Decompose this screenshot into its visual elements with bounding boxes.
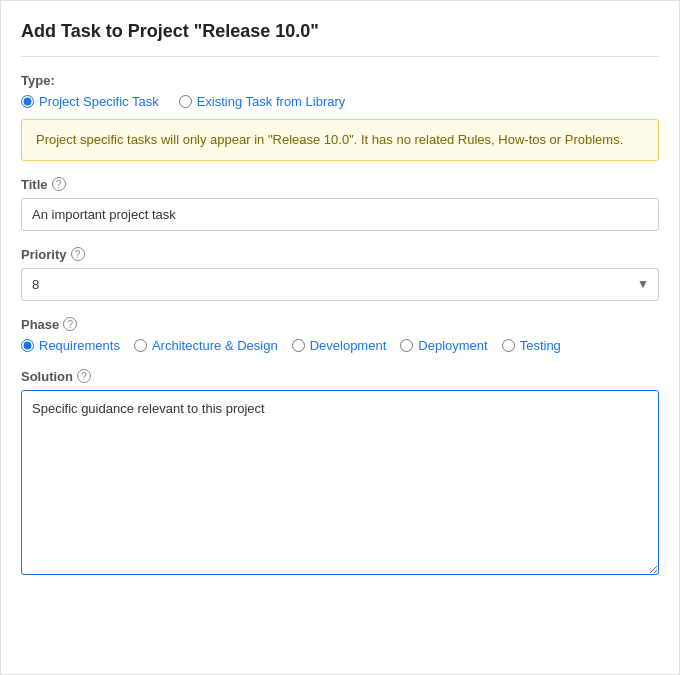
- title-input[interactable]: [21, 198, 659, 231]
- phase-architecture-design[interactable]: Architecture & Design: [134, 338, 278, 353]
- phase-testing[interactable]: Testing: [502, 338, 561, 353]
- testing-label[interactable]: Testing: [520, 338, 561, 353]
- phase-development[interactable]: Development: [292, 338, 387, 353]
- architecture-design-label[interactable]: Architecture & Design: [152, 338, 278, 353]
- title-help-icon[interactable]: ?: [52, 177, 66, 191]
- priority-label: Priority ?: [21, 247, 659, 262]
- type-label: Type:: [21, 73, 659, 88]
- project-specific-label[interactable]: Project Specific Task: [39, 94, 159, 109]
- existing-library-radio[interactable]: [179, 95, 192, 108]
- requirements-radio[interactable]: [21, 339, 34, 352]
- deployment-radio[interactable]: [400, 339, 413, 352]
- title-label: Title ?: [21, 177, 659, 192]
- phase-help-icon[interactable]: ?: [63, 317, 77, 331]
- existing-library-label[interactable]: Existing Task from Library: [197, 94, 346, 109]
- page-title: Add Task to Project "Release 10.0": [21, 21, 659, 42]
- phase-label: Phase ?: [21, 317, 659, 332]
- title-divider: [21, 56, 659, 57]
- priority-help-icon[interactable]: ?: [71, 247, 85, 261]
- project-specific-radio[interactable]: [21, 95, 34, 108]
- development-label[interactable]: Development: [310, 338, 387, 353]
- existing-library-option[interactable]: Existing Task from Library: [179, 94, 346, 109]
- development-radio[interactable]: [292, 339, 305, 352]
- title-section: Title ?: [21, 177, 659, 231]
- type-radio-group: Project Specific Task Existing Task from…: [21, 94, 659, 109]
- add-task-dialog: Add Task to Project "Release 10.0" Type:…: [0, 0, 680, 675]
- architecture-design-radio[interactable]: [134, 339, 147, 352]
- phase-radio-group: Requirements Architecture & Design Devel…: [21, 338, 659, 353]
- requirements-label[interactable]: Requirements: [39, 338, 120, 353]
- solution-section: Solution ?: [21, 369, 659, 578]
- deployment-label[interactable]: Deployment: [418, 338, 487, 353]
- type-section: Type: Project Specific Task Existing Tas…: [21, 73, 659, 161]
- project-specific-option[interactable]: Project Specific Task: [21, 94, 159, 109]
- phase-requirements[interactable]: Requirements: [21, 338, 120, 353]
- priority-select[interactable]: 1 2 3 4 5 6 7 8 9 10: [21, 268, 659, 301]
- info-message: Project specific tasks will only appear …: [21, 119, 659, 161]
- priority-select-wrapper: 1 2 3 4 5 6 7 8 9 10 ▼: [21, 268, 659, 301]
- priority-section: Priority ? 1 2 3 4 5 6 7 8 9 10 ▼: [21, 247, 659, 301]
- phase-section: Phase ? Requirements Architecture & Desi…: [21, 317, 659, 353]
- solution-textarea[interactable]: [21, 390, 659, 575]
- testing-radio[interactable]: [502, 339, 515, 352]
- solution-label: Solution ?: [21, 369, 659, 384]
- phase-deployment[interactable]: Deployment: [400, 338, 487, 353]
- solution-help-icon[interactable]: ?: [77, 369, 91, 383]
